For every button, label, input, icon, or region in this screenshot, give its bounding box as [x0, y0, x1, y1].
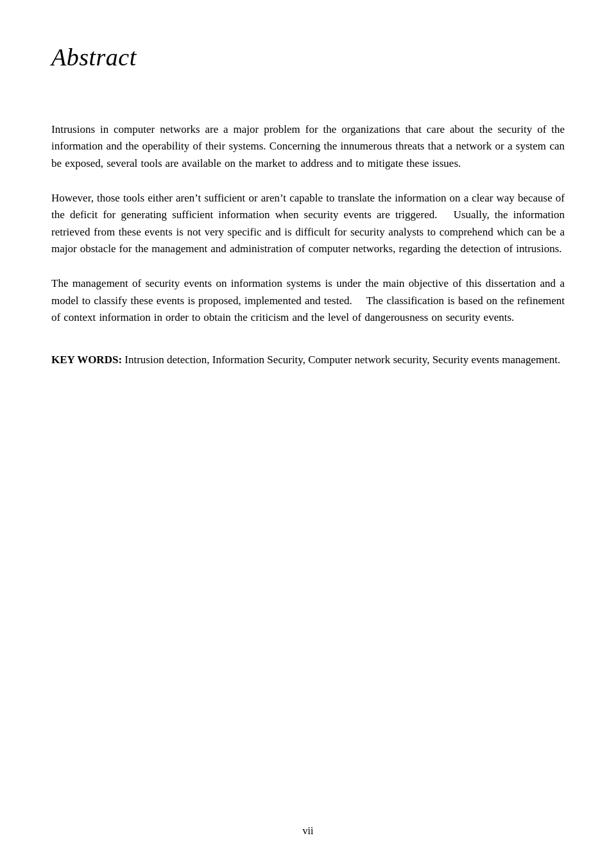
paragraph-3: The management of security events on inf… [51, 275, 565, 326]
paragraph-2: However, those tools either aren’t suffi… [51, 190, 565, 257]
abstract-body: Intrusions in computer networks are a ma… [51, 121, 565, 369]
paragraph-1: Intrusions in computer networks are a ma… [51, 121, 565, 172]
page-number: vii [303, 823, 314, 839]
abstract-title: Abstract [51, 39, 565, 76]
page: Abstract Intrusions in computer networks… [0, 0, 616, 865]
keywords-text: Intrusion detection, Information Securit… [122, 354, 560, 366]
keywords-label: KEY WORDS: [51, 354, 122, 366]
keywords-paragraph: KEY WORDS: Intrusion detection, Informat… [51, 352, 565, 368]
